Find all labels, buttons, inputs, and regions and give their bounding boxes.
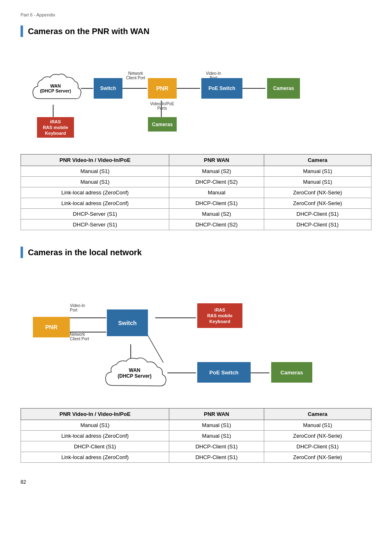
breadcrumb: Part 6 - Appendix [21, 12, 371, 17]
table-cell: Link-local adress (ZeroConf) [21, 452, 169, 463]
table-cell: Manual (S1) [264, 177, 371, 187]
section1-title-bar [21, 25, 23, 37]
cameras-box2: Cameras [271, 362, 312, 383]
iras-box2: iRASRAS mobileKeyboard [197, 303, 242, 328]
section2-title: Cameras in the local network [21, 247, 371, 258]
pnr-box1: PNR [148, 78, 177, 99]
table-cell: DHCP-Client (S1) [264, 219, 371, 230]
table-cell: DHCP-Client (S1) [264, 209, 371, 219]
table-cell: DHCP-Client (S2) [169, 219, 264, 230]
table-row: DHCP-Server (S1)Manual (S2)DHCP-Client (… [21, 209, 371, 219]
cameras-bottom-box1: Cameras [148, 117, 177, 132]
video-in-port-label2: Video-InPort [70, 303, 97, 312]
wan-cloud2: WAN(DHCP Server) [101, 355, 168, 392]
table-row: Link-local adress (ZeroConf)DHCP-Client … [21, 452, 371, 463]
table-cell: ZeroConf (NX-Serie) [264, 431, 371, 441]
table-cell: DHCP-Client (S1) [169, 198, 264, 209]
table-row: Link-local adress (ZeroConf)DHCP-Client … [21, 198, 371, 209]
table-cell: ZeroConf (NX-Serie) [264, 187, 371, 198]
table-cell: ZeroConf (NX-Serie) [264, 198, 371, 209]
table-cell: Manual (S1) [21, 420, 169, 431]
table-cell: DHCP-Client (S1) [21, 441, 169, 452]
table-cell: Manual (S1) [169, 431, 264, 441]
table1-header-col2: PNR WAN [169, 155, 264, 166]
table-cell: Manual (S2) [169, 209, 264, 219]
table-cell: Manual (S1) [21, 177, 169, 187]
switch-box2: Switch [107, 309, 148, 336]
table1-header-col3: Camera [264, 155, 371, 166]
table-row: Manual (S1)Manual (S1)Manual (S1) [21, 420, 371, 431]
video-in-poe-label: Video-In/PoEPorts [149, 102, 175, 111]
table-row: Link-local adress (ZeroConf)ManualZeroCo… [21, 187, 371, 198]
table-row: Manual (S1)Manual (S2)Manual (S1) [21, 166, 371, 177]
table-cell: DHCP-Client (S1) [169, 452, 264, 463]
table-cell: Manual (S2) [169, 166, 264, 177]
table-cell: DHCP-Client (S1) [264, 441, 371, 452]
table2: PNR Video-In / Video-In/PoE PNR WAN Came… [21, 408, 371, 463]
table-cell: Manual (S1) [264, 166, 371, 177]
wan-label2: WAN(DHCP Server) [118, 367, 151, 379]
table-cell: DHCP-Client (S1) [169, 441, 264, 452]
table-cell: Manual (S1) [264, 420, 371, 431]
table-cell: DHCP-Server (S1) [21, 219, 169, 230]
cameras-right-box1: Cameras [267, 78, 300, 99]
table-cell: Manual [169, 187, 264, 198]
poe-switch-box2: PoE Switch [197, 362, 251, 383]
diagram2: PNR Video-InPort NetworkClient Port Swit… [21, 268, 371, 396]
table-row: Link-local adress (ZeroConf)Manual (S1)Z… [21, 431, 371, 441]
table-cell: DHCP-Server (S1) [21, 209, 169, 219]
diagram1: WAN(DHCP Server) Switch NetworkClient Po… [21, 47, 371, 142]
page-number: 82 [21, 479, 371, 485]
table2-header-col2: PNR WAN [169, 409, 264, 420]
table-cell: Link-local adress (ZeroConf) [21, 198, 169, 209]
table-cell: Link-local adress (ZeroConf) [21, 187, 169, 198]
table1: PNR Video-In / Video-In/PoE PNR WAN Came… [21, 154, 371, 230]
iras-box1: iRASRAS mobileKeyboard [37, 117, 74, 138]
table-cell: ZeroConf (NX-Serie) [264, 452, 371, 463]
wan-cloud: WAN(DHCP Server) [29, 70, 82, 107]
poe-switch-box1: PoE Switch [201, 78, 242, 99]
switch-box1: Switch [94, 78, 122, 99]
wan-label: WAN(DHCP Server) [40, 83, 71, 93]
network-client-port-label2: NetworkClient Port [70, 332, 97, 341]
table2-header-col1: PNR Video-In / Video-In/PoE [21, 409, 169, 420]
pnr-box2: PNR [33, 317, 70, 337]
table1-header-col1: PNR Video-In / Video-In/PoE [21, 155, 169, 166]
table-row: Manual (S1)DHCP-Client (S2)Manual (S1) [21, 177, 371, 187]
table-cell: Link-local adress (ZeroConf) [21, 431, 169, 441]
table2-header-col3: Camera [264, 409, 371, 420]
table-cell: Manual (S1) [21, 166, 169, 177]
section1-title: Cameras on the PNR with WAN [21, 25, 371, 37]
table-row: DHCP-Client (S1)DHCP-Client (S1)DHCP-Cli… [21, 441, 371, 452]
table-row: DHCP-Server (S1)DHCP-Client (S2)DHCP-Cli… [21, 219, 371, 230]
table-cell: Manual (S1) [169, 420, 264, 431]
table-cell: DHCP-Client (S2) [169, 177, 264, 187]
network-client-port-label1: NetworkClient Port [123, 71, 148, 80]
section2-title-bar [21, 247, 23, 258]
